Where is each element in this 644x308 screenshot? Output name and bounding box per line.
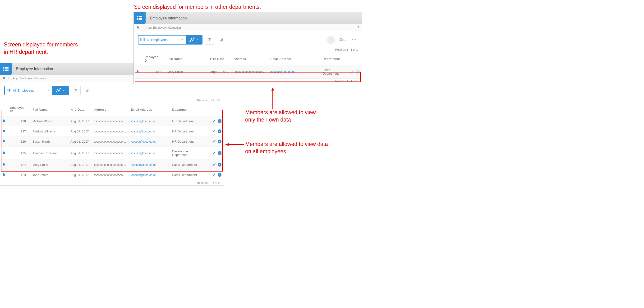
- col-address[interactable]: Address: [232, 52, 268, 65]
- col-id[interactable]: Employee ID: [141, 52, 165, 65]
- cell-id: 128: [8, 116, 30, 126]
- graph-button[interactable]: [186, 35, 202, 44]
- edit-button[interactable]: [212, 129, 216, 133]
- chevron-right-icon: 〉: [141, 25, 145, 30]
- arrow-all-data: [225, 142, 244, 147]
- col-id[interactable]: Employee ID: [8, 103, 30, 116]
- email-link[interactable]: xxxxxx@xxx.xx.xx: [131, 173, 156, 177]
- delete-button[interactable]: [218, 163, 222, 167]
- cell-email: xxxxxx@xxx.xx.xx: [128, 126, 170, 136]
- home-icon[interactable]: [136, 25, 140, 30]
- col-name[interactable]: Full Name: [30, 103, 68, 116]
- pin-button[interactable]: [357, 26, 360, 29]
- chevron-down-icon: [47, 89, 50, 92]
- cell-hire: Aug 01, 2017: [208, 65, 232, 78]
- home-icon[interactable]: [2, 76, 6, 80]
- add-button[interactable]: [327, 36, 335, 44]
- email-link[interactable]: xxxxxx@xxx.xx.xx: [131, 163, 156, 167]
- col-dept[interactable]: Department: [320, 52, 348, 65]
- filter-button[interactable]: [205, 35, 214, 44]
- close-icon: [218, 152, 220, 154]
- cell-name: Susan Harris: [30, 136, 68, 147]
- app-icon: [134, 12, 146, 24]
- cell-dept: Sales Department: [170, 160, 210, 170]
- table-row[interactable]: 128Michael WilsonAug 01, 2017xxxxxxxxxxx…: [0, 116, 224, 126]
- edit-button[interactable]: [212, 140, 216, 144]
- cell-dept: HR Department: [170, 136, 210, 147]
- table-row[interactable]: 125Thomas RobinsonAug 01, 2017xxxxxxxxxx…: [0, 147, 224, 160]
- col-hire[interactable]: Hire Date: [208, 52, 232, 65]
- cell-address: xxxxxxxxxxxxxxxxxxx...: [232, 65, 268, 78]
- edit-button: [351, 70, 354, 74]
- settings-button[interactable]: ⌄: [338, 37, 348, 42]
- chevron-down-icon: [62, 89, 65, 92]
- delete-button[interactable]: [218, 173, 222, 177]
- cell-name: Michael Wilson: [30, 116, 68, 126]
- email-link[interactable]: xxxxxx@xxx.xx.xx: [270, 70, 295, 74]
- records-count-top: Records 1 - 1 of 1: [134, 47, 362, 52]
- cell-email: xxxxxx@xxx.xx.xx: [128, 170, 170, 180]
- col-email[interactable]: Email Address: [128, 103, 170, 116]
- col-dept[interactable]: Department: [170, 103, 210, 116]
- toolbar: All Employees ⌄: [134, 31, 362, 47]
- document-icon: [2, 130, 5, 133]
- view-select[interactable]: All Employees: [138, 35, 186, 44]
- table-row[interactable]: 124Mary SmithAug 01, 2017xxxxxxxxxxxxxxx…: [134, 65, 362, 78]
- cell-address: xxxxxxxxxxxxxxxxxxx...: [92, 147, 128, 160]
- edit-button[interactable]: [212, 163, 216, 167]
- chart-button[interactable]: [217, 35, 226, 44]
- col-name[interactable]: Full Name: [165, 52, 208, 65]
- view-select[interactable]: All Employees: [5, 86, 52, 95]
- arrow-own-data: [270, 88, 275, 109]
- edit-button[interactable]: [212, 151, 216, 155]
- email-link[interactable]: xxxxxx@xxx.xx.xx: [131, 130, 156, 133]
- graph-button[interactable]: [52, 86, 68, 95]
- table-row[interactable]: 126Susan HarrisAug 01, 2017xxxxxxxxxxxxx…: [0, 136, 224, 147]
- pencil-icon: [212, 129, 216, 133]
- cell-hire: Aug 01, 2017: [68, 147, 92, 160]
- pencil-icon: [212, 119, 216, 122]
- breadcrumb-text: App: Employee Information: [146, 26, 181, 29]
- edit-button[interactable]: [212, 119, 216, 123]
- graph-icon: [189, 37, 194, 42]
- app-title: Employee Information: [150, 16, 187, 20]
- delete-button[interactable]: [218, 129, 222, 133]
- col-address[interactable]: Address: [92, 103, 128, 116]
- list-icon: [3, 66, 9, 72]
- delete-button[interactable]: [218, 119, 222, 123]
- cell-dept: HR Department: [170, 116, 210, 126]
- records-count-bottom: Records 1 - 1 of 1: [134, 78, 362, 84]
- delete-button[interactable]: [218, 140, 222, 143]
- plus-icon: [329, 38, 333, 41]
- filter-button[interactable]: [71, 86, 80, 95]
- table-row[interactable]: 123John JonesAug 01, 2017xxxxxxxxxxxxxxx…: [0, 170, 224, 180]
- chart-button[interactable]: [83, 86, 92, 95]
- close-icon: [357, 71, 359, 73]
- email-link[interactable]: xxxxxx@xxx.xx.xx: [131, 151, 156, 155]
- view-selector-group: All Employees: [4, 86, 69, 95]
- more-button[interactable]: [350, 37, 358, 42]
- close-icon: [218, 130, 220, 132]
- employee-table: Employee ID Full Name Hire Date Address …: [134, 52, 362, 78]
- cell-address: xxxxxxxxxxxxxxxxxxx...: [92, 116, 128, 126]
- annotation-own-data: Members are allowed to view only their o…: [245, 109, 316, 123]
- cell-email: xxxxxx@xxx.xx.xx: [128, 116, 170, 126]
- table-row[interactable]: 124Mary SmithAug 01, 2017xxxxxxxxxxxxxxx…: [0, 160, 224, 170]
- edit-button[interactable]: [212, 173, 216, 177]
- cell-id: 126: [8, 136, 30, 147]
- col-hire[interactable]: Hire Date: [68, 103, 92, 116]
- app-header: Employee Information: [134, 12, 362, 24]
- annotation-other-caption: Screen displayed for members in other de…: [134, 3, 261, 11]
- breadcrumb-text: App: Employee Information: [13, 77, 47, 80]
- row-actions: [212, 151, 222, 155]
- row-actions: [212, 173, 222, 177]
- delete-button[interactable]: [218, 151, 222, 155]
- email-link[interactable]: xxxxxx@xxx.xx.xx: [131, 119, 156, 123]
- document-icon: [2, 163, 5, 167]
- chevron-down-icon: [181, 38, 184, 42]
- col-email[interactable]: Email Address: [268, 52, 320, 65]
- email-link[interactable]: xxxxxx@xxx.xx.xx: [131, 140, 156, 143]
- document-icon: [136, 70, 139, 74]
- cell-dept: HR Department: [170, 126, 210, 136]
- table-row[interactable]: 127Patricia WilliamsAug 01, 2017xxxxxxxx…: [0, 126, 224, 136]
